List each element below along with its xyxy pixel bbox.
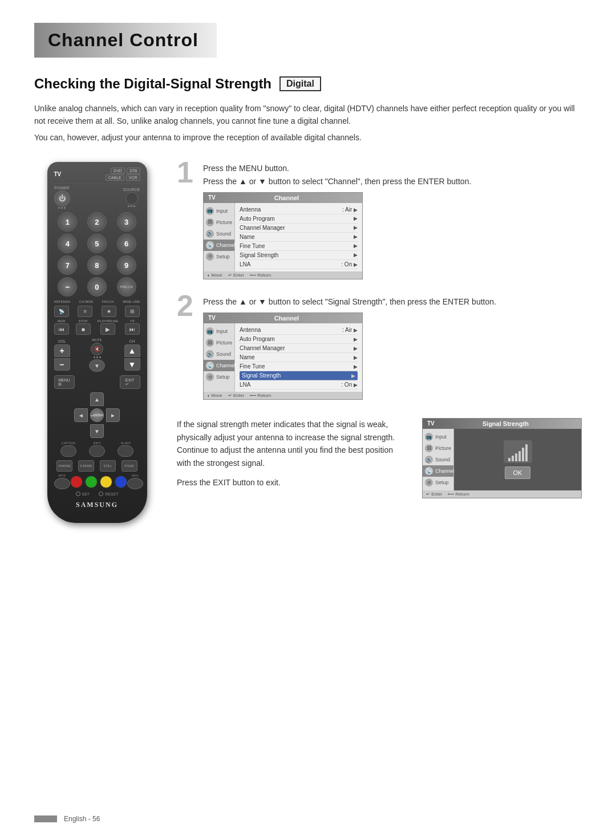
chmgr2-text: Channel Manager bbox=[240, 345, 285, 351]
num-dash-button[interactable]: – bbox=[58, 277, 77, 297]
dvd-button[interactable]: DVD bbox=[111, 168, 125, 174]
red-button[interactable] bbox=[70, 476, 83, 488]
mode-row: P.MODE S.MODE STILL P.SIZE bbox=[54, 460, 140, 472]
num-2-button[interactable]: 2 bbox=[87, 212, 107, 232]
power-button[interactable]: ⏻ bbox=[54, 190, 70, 206]
menu-antenna: Antenna : Air ▶ bbox=[240, 205, 358, 214]
ff-button[interactable]: ⏭ bbox=[125, 323, 140, 335]
num-3-button[interactable]: 3 bbox=[117, 212, 136, 232]
sidebar2-setup-label: Setup bbox=[216, 374, 230, 380]
sleep-button[interactable] bbox=[117, 445, 133, 457]
step-3-paragraph: If the signal strength meter indicates t… bbox=[177, 418, 408, 469]
footer-page-text: English - 56 bbox=[64, 815, 100, 823]
tv-screen-1-menu: Antenna : Air ▶ Auto Program ▶ Channel M… bbox=[235, 203, 362, 271]
vol-minus-button[interactable]: – bbox=[54, 358, 70, 371]
step-1-text: Press the MENU button.Press the ▲ or ▼ b… bbox=[203, 162, 582, 188]
still-button[interactable]: STILL bbox=[100, 460, 116, 472]
num-5-button[interactable]: 5 bbox=[87, 234, 107, 253]
favch-button[interactable]: ★ bbox=[102, 306, 116, 317]
dpad-right-button[interactable]: ► bbox=[106, 408, 120, 422]
sidebar3-input: 📺 Input bbox=[423, 431, 453, 443]
sidebar-channel-label: Channel bbox=[216, 242, 236, 248]
menu2-name: Name ▶ bbox=[240, 353, 358, 362]
input-icon: 📺 bbox=[206, 207, 214, 215]
rew-button[interactable]: ⏮ bbox=[54, 323, 69, 335]
sidebar3-sound-label: Sound bbox=[435, 457, 450, 462]
step-1-number: 1 bbox=[177, 157, 194, 187]
set-label: SET bbox=[82, 492, 90, 496]
exit-button[interactable]: EXIT↵ bbox=[120, 375, 140, 389]
yellow-button[interactable] bbox=[100, 476, 112, 488]
remote-container: TV DVD STB CABLE VCR POWER ⏻ bbox=[34, 162, 160, 523]
num-7-button[interactable]: 7 bbox=[58, 255, 77, 275]
info-button[interactable] bbox=[89, 445, 105, 457]
lna-text: LNA bbox=[240, 261, 250, 267]
tv-screen-3-header: TV Signal Strength bbox=[423, 419, 581, 429]
reset-dot[interactable] bbox=[99, 492, 103, 496]
srs-button[interactable] bbox=[127, 478, 143, 489]
vcr-button[interactable]: VCR bbox=[126, 175, 140, 181]
tv-screen-2-header: TV Channel bbox=[204, 313, 362, 323]
sidebar-setup: ⚙ Setup bbox=[204, 251, 234, 262]
dpad-enter-button[interactable]: ↩ENTER bbox=[90, 408, 104, 422]
ok-button[interactable]: OK bbox=[505, 466, 531, 479]
num-1-button[interactable]: 1 bbox=[58, 212, 77, 232]
set-dot[interactable] bbox=[76, 492, 80, 496]
tv-screen-1-footer: ⬧ Move ↵ Enter ⟵ Return bbox=[204, 271, 362, 279]
dpad-down-button[interactable]: ▼ bbox=[90, 424, 104, 438]
antenna-value: : Air ▶ bbox=[342, 206, 358, 213]
sidebar2-input-label: Input bbox=[216, 328, 228, 334]
ctrl-labels-row: ANTENNA CH MGR FAV.CH WISE LINK bbox=[54, 300, 140, 303]
footer-move: ⬧ Move bbox=[207, 273, 222, 278]
tv-label: TV bbox=[54, 171, 62, 177]
green-button[interactable] bbox=[85, 476, 98, 488]
prech-button[interactable]: PRE-CH bbox=[117, 277, 136, 297]
sidebar-input-label: Input bbox=[216, 208, 228, 214]
step-2-number: 2 bbox=[177, 291, 194, 320]
num-0-button[interactable]: 0 bbox=[87, 277, 107, 297]
num-6-button[interactable]: 6 bbox=[117, 234, 136, 253]
lna-value: : On ▶ bbox=[341, 261, 358, 267]
dpad-left-button[interactable]: ◄ bbox=[74, 408, 88, 422]
antenna-button[interactable]: 📡 bbox=[54, 306, 69, 317]
menu-button[interactable]: MENU⊞ bbox=[54, 375, 75, 389]
stop-label: STOP bbox=[79, 319, 88, 323]
playpause-button[interactable]: ▶ bbox=[100, 323, 115, 335]
tv-screen-1-sidebar: 📺 Input 🖼 Picture 🔊 Sound bbox=[204, 203, 235, 271]
step-2-screen: TV Channel 📺 Input 🖼 bbox=[203, 313, 582, 400]
ch-up-button[interactable]: ▲ bbox=[124, 344, 140, 357]
pmode-button[interactable]: P.MODE bbox=[56, 460, 72, 472]
vol-plus-button[interactable]: + bbox=[54, 344, 70, 357]
ch-down-button[interactable]: ▼ bbox=[124, 358, 140, 371]
source-button[interactable] bbox=[125, 192, 138, 205]
chmgr-button[interactable]: ≡ bbox=[78, 306, 92, 317]
ch-down-center[interactable]: ▼ bbox=[94, 363, 100, 369]
chmgr-label: CH MGR bbox=[79, 300, 93, 303]
tv-screen-3: TV Signal Strength 📺 Input bbox=[422, 418, 582, 498]
num-9-button[interactable]: 9 bbox=[117, 255, 136, 275]
footer-enter: ↵ Enter bbox=[228, 273, 244, 278]
stop-button[interactable]: ■ bbox=[76, 323, 91, 335]
psize-button[interactable]: P.SIZE bbox=[121, 460, 137, 472]
playpause-label: PLAY/PAUSE bbox=[98, 319, 118, 323]
mts-button[interactable] bbox=[54, 478, 70, 489]
menu2-lna: LNA : On ▶ bbox=[240, 380, 358, 389]
sidebar-picture: 🖼 Picture bbox=[204, 217, 234, 228]
cable-button[interactable]: CABLE bbox=[106, 175, 124, 181]
stb-button[interactable]: STB bbox=[127, 168, 140, 174]
step-2-content: Press the ▲ or ▼ button to select "Signa… bbox=[203, 295, 582, 400]
blue-button[interactable] bbox=[115, 476, 127, 488]
dpad-up-button[interactable]: ▲ bbox=[90, 392, 104, 406]
set-item: SET bbox=[76, 492, 90, 496]
chmgr2-arrow: ▶ bbox=[354, 346, 358, 351]
autoprogram-text: Auto Program bbox=[240, 216, 275, 222]
smode-button[interactable]: S.MODE bbox=[78, 460, 94, 472]
wiselink-button[interactable]: ⊞ bbox=[125, 306, 140, 317]
sidebar3-picture-label: Picture bbox=[435, 445, 451, 451]
caption-button[interactable] bbox=[60, 445, 76, 457]
num-4-button[interactable]: 4 bbox=[58, 234, 77, 253]
num-8-button[interactable]: 8 bbox=[87, 255, 107, 275]
footer2-return: ⟵ Return bbox=[250, 393, 271, 398]
sound2-icon: 🔊 bbox=[206, 350, 214, 358]
mute-button[interactable]: 🔇 bbox=[91, 343, 103, 355]
